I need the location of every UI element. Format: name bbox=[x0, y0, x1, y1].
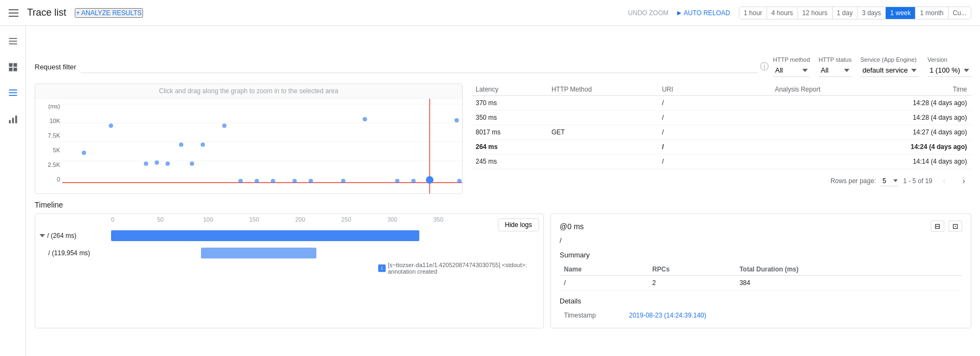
svg-point-34 bbox=[341, 179, 346, 183]
svg-rect-0 bbox=[9, 38, 17, 39]
table-row[interactable]: 245 ms / 14:14 (4 days ago) bbox=[471, 154, 971, 169]
page-range: 1 - 5 of 19 bbox=[903, 177, 932, 185]
time-range-selector: 1 hour4 hours12 hours1 day3 days1 week1 … bbox=[739, 7, 971, 20]
svg-rect-12 bbox=[15, 115, 17, 123]
col-method: HTTP Method bbox=[547, 83, 658, 96]
time-range-btn-cu...[interactable]: Cu... bbox=[949, 7, 971, 19]
summary-title: Summary bbox=[560, 251, 962, 259]
nav-icon-menu[interactable] bbox=[2, 30, 24, 52]
nav-icon-list[interactable] bbox=[2, 82, 24, 104]
time-range-btn-1-hour[interactable]: 1 hour bbox=[739, 7, 767, 19]
svg-point-25 bbox=[179, 143, 183, 147]
svg-rect-3 bbox=[9, 63, 12, 67]
cell-time: 14:28 (4 days ago) bbox=[825, 111, 971, 125]
svg-point-28 bbox=[222, 124, 226, 128]
cell-analysis bbox=[703, 125, 825, 140]
next-page-button[interactable]: › bbox=[956, 173, 971, 189]
pagination-row: Rows per page: 5 10 25 1 - 5 of 19 ‹ › bbox=[471, 169, 971, 193]
timeline-row-1[interactable]: / (264 ms) bbox=[35, 227, 539, 244]
auto-reload-button[interactable]: ▶ AUTO RELOAD bbox=[677, 9, 730, 17]
time-range-btn-3-days[interactable]: 3 days bbox=[858, 7, 886, 19]
svg-rect-9 bbox=[9, 95, 17, 96]
table-row[interactable]: 264 ms / 14:24 (4 days ago) bbox=[471, 140, 971, 154]
svg-point-32 bbox=[293, 179, 297, 183]
cell-method bbox=[547, 111, 658, 125]
timeline-row-2-label: / (119,954 ms) bbox=[35, 249, 111, 257]
summary-col-duration: Total Duration (ms) bbox=[735, 263, 962, 276]
details-title: Details bbox=[560, 297, 962, 305]
nav-icon-dashboard[interactable] bbox=[2, 56, 24, 78]
http-status-select[interactable]: All bbox=[819, 64, 852, 77]
time-range-btn-12-hours[interactable]: 12 hours bbox=[798, 7, 833, 19]
y-axis: (ms) 10K 7.5K 5K 2.5K 0 bbox=[35, 99, 62, 193]
filter-label: Request filter bbox=[35, 63, 76, 71]
latency-chart[interactable]: Click and drag along the graph to zoom i… bbox=[35, 83, 463, 194]
time-range-btn-4-hours[interactable]: 4 hours bbox=[767, 7, 798, 19]
svg-point-33 bbox=[309, 179, 313, 183]
timeline-bar-area-1 bbox=[111, 229, 539, 242]
svg-point-22 bbox=[144, 161, 148, 166]
cell-analysis bbox=[703, 111, 825, 125]
time-range-btn-1-week[interactable]: 1 week bbox=[886, 7, 916, 19]
http-status-label: HTTP status bbox=[819, 56, 852, 63]
svg-rect-1 bbox=[9, 41, 17, 42]
timeline-row-2[interactable]: / (119,954 ms) bbox=[35, 244, 539, 262]
summary-rpcs: 2 bbox=[648, 276, 735, 290]
table-row[interactable]: 370 ms / 14:28 (4 days ago) bbox=[471, 96, 971, 111]
summary-col-name: Name bbox=[560, 263, 648, 276]
annotation-icon: i bbox=[378, 264, 386, 272]
annotation-bar-area: i [s~ttozser-da11e/1.420520874743030755]… bbox=[111, 262, 539, 275]
service-select[interactable]: default service bbox=[860, 64, 919, 77]
version-select[interactable]: 1 (100 %) bbox=[927, 64, 971, 77]
info-icon[interactable]: ⓘ bbox=[760, 61, 769, 73]
svg-rect-6 bbox=[13, 68, 17, 72]
time-range-btn-1-day[interactable]: 1 day bbox=[833, 7, 858, 19]
collapse-icon[interactable] bbox=[40, 234, 45, 237]
svg-rect-11 bbox=[12, 118, 14, 124]
col-latency: Latency bbox=[471, 83, 547, 96]
detail-icon-btn-2[interactable]: ⊡ bbox=[949, 221, 962, 232]
http-method-select[interactable]: All bbox=[773, 64, 810, 77]
table-row[interactable]: 350 ms / 14:28 (4 days ago) bbox=[471, 111, 971, 125]
cell-method bbox=[547, 96, 658, 111]
rows-per-page-select[interactable]: 5 10 25 bbox=[880, 176, 899, 186]
detail-icon-btn-1[interactable]: ⊟ bbox=[931, 221, 944, 232]
nav-icon-chart[interactable] bbox=[2, 108, 24, 130]
left-nav bbox=[0, 26, 26, 356]
cell-latency: 264 ms bbox=[471, 140, 547, 154]
svg-point-24 bbox=[165, 161, 170, 166]
time-range-btn-1-month[interactable]: 1 month bbox=[916, 7, 948, 19]
detail-header: @0 ms ⊟ ⊡ bbox=[560, 221, 962, 232]
svg-point-40 bbox=[457, 179, 462, 183]
timeline-section: Timeline 0 50 100 150 200 250 300 350 bbox=[35, 200, 971, 328]
cell-latency: 245 ms bbox=[471, 154, 547, 169]
summary-name: / bbox=[560, 276, 648, 290]
timeline-bar-2 bbox=[201, 248, 316, 258]
timeline-rows: / (264 ms) / (119,954 ms) bbox=[35, 225, 543, 277]
annotation-row: i [s~ttozser-da11e/1.420520874743030755]… bbox=[35, 262, 539, 275]
hamburger-menu[interactable] bbox=[9, 9, 18, 17]
svg-point-26 bbox=[190, 161, 194, 166]
prev-page-button[interactable]: ‹ bbox=[937, 173, 952, 189]
cell-latency: 350 ms bbox=[471, 111, 547, 125]
table-row[interactable]: 8017 ms GET / 14:27 (4 days ago) bbox=[471, 125, 971, 140]
details-row: Timestamp 2019-08-23 (14:24:39.140) bbox=[560, 309, 962, 321]
chart-hint: Click and drag along the graph to zoom i… bbox=[35, 84, 462, 99]
timeline-bar-1 bbox=[111, 230, 419, 241]
svg-point-29 bbox=[238, 179, 243, 183]
detail-icons: ⊟ ⊡ bbox=[931, 221, 962, 232]
cell-analysis bbox=[703, 140, 825, 154]
page-title: Trace list bbox=[27, 7, 66, 18]
hide-logs-button[interactable]: Hide logs bbox=[498, 218, 539, 231]
analyze-results-button[interactable]: + ANALYZE RESULTS bbox=[75, 8, 142, 18]
svg-point-38 bbox=[426, 177, 433, 183]
cell-time: 14:14 (4 days ago) bbox=[825, 154, 971, 169]
summary-duration: 384 bbox=[735, 276, 962, 290]
request-filter-input[interactable] bbox=[81, 60, 758, 73]
cell-time: 14:27 (4 days ago) bbox=[825, 125, 971, 140]
summary-col-rpcs: RPCs bbox=[648, 263, 735, 276]
trace-table: Latency HTTP Method URI Analysis Report … bbox=[471, 83, 971, 169]
col-analysis: Analysis Report bbox=[703, 83, 825, 96]
http-method-label: HTTP method bbox=[773, 56, 810, 63]
chart-plot[interactable] bbox=[62, 99, 462, 193]
